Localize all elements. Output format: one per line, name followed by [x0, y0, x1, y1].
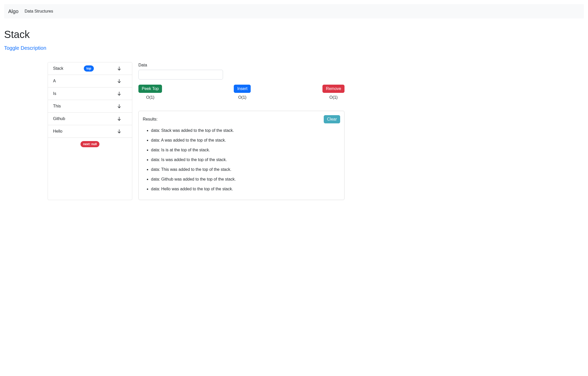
peek-complexity: O(1) — [146, 94, 154, 101]
result-item: data: Is was added to the top of the sta… — [151, 157, 340, 163]
stack-item: Github — [48, 113, 132, 125]
stack-item-value: Hello — [53, 128, 84, 134]
result-item: data: Hello was added to the top of the … — [151, 186, 340, 192]
result-item: data: Stack was added to the top of the … — [151, 127, 340, 134]
arrow-down-icon — [111, 78, 127, 84]
stack-item-value: This — [53, 103, 84, 109]
next-null-badge: next: null — [80, 141, 99, 147]
navbar: Algo Data Structures — [4, 4, 584, 18]
results-title: Results: — [143, 116, 158, 122]
stack-item: Is — [48, 87, 132, 100]
remove-complexity: O(1) — [329, 94, 338, 101]
navbar-brand[interactable]: Algo — [8, 6, 18, 16]
result-item: data: Github was added to the top of the… — [151, 176, 340, 182]
data-label: Data — [138, 62, 344, 68]
stack-list: StacktopAIsThisGithubHellonext: null — [48, 62, 132, 200]
stack-item-value: Stack — [53, 65, 84, 72]
insert-complexity: O(1) — [238, 94, 246, 101]
insert-button[interactable]: Insert — [234, 85, 251, 93]
results-card: Results: Clear data: Stack was added to … — [138, 111, 344, 200]
top-badge: top — [84, 65, 94, 72]
clear-button[interactable]: Clear — [324, 115, 340, 123]
stack-footer: next: null — [48, 138, 132, 150]
remove-button[interactable]: Remove — [322, 85, 344, 93]
arrow-down-icon — [111, 104, 127, 109]
arrow-down-icon — [111, 91, 127, 96]
arrow-down-icon — [111, 116, 127, 121]
stack-item: A — [48, 75, 132, 87]
stack-item-value: Github — [53, 116, 84, 122]
stack-item-value: A — [53, 78, 84, 84]
arrow-down-icon — [111, 129, 127, 134]
stack-item-value: Is — [53, 91, 84, 97]
result-item: data: Is is at the top of the stack. — [151, 147, 340, 153]
data-input[interactable] — [138, 70, 223, 80]
result-item: data: This was added to the top of the s… — [151, 166, 340, 173]
toggle-description-link[interactable]: Toggle Description — [4, 44, 46, 52]
stack-item: Hello — [48, 125, 132, 138]
nav-link-data-structures[interactable]: Data Structures — [25, 6, 53, 16]
result-item: data: A was added to the top of the stac… — [151, 137, 340, 143]
results-list: data: Stack was added to the top of the … — [143, 127, 340, 192]
stack-item: This — [48, 100, 132, 113]
peek-top-button[interactable]: Peek Top — [138, 85, 162, 93]
page-title: Stack — [4, 27, 344, 42]
arrow-down-icon — [111, 66, 127, 71]
stack-item: Stacktop — [48, 62, 132, 75]
